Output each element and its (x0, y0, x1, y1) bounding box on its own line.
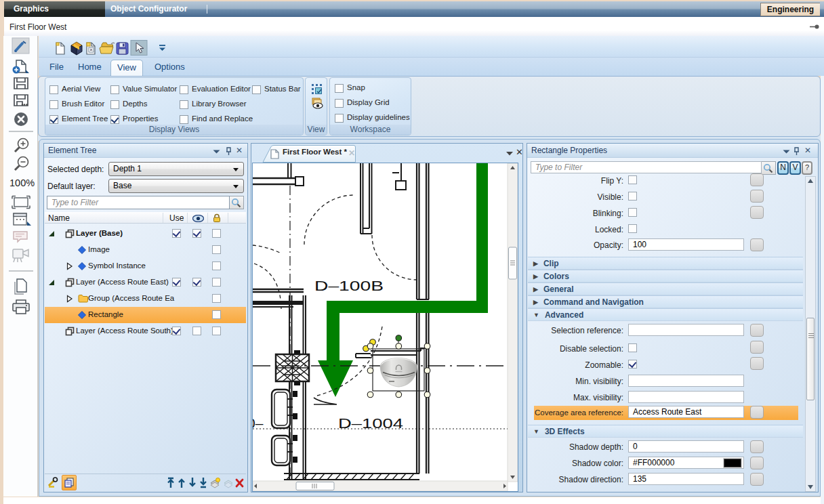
svg-text:D–1004: D–1004 (338, 415, 403, 431)
svg-text:100%: 100% (9, 177, 35, 188)
svg-text:0–: 0– (253, 415, 264, 431)
svg-text:D–100B: D–100B (314, 278, 384, 293)
